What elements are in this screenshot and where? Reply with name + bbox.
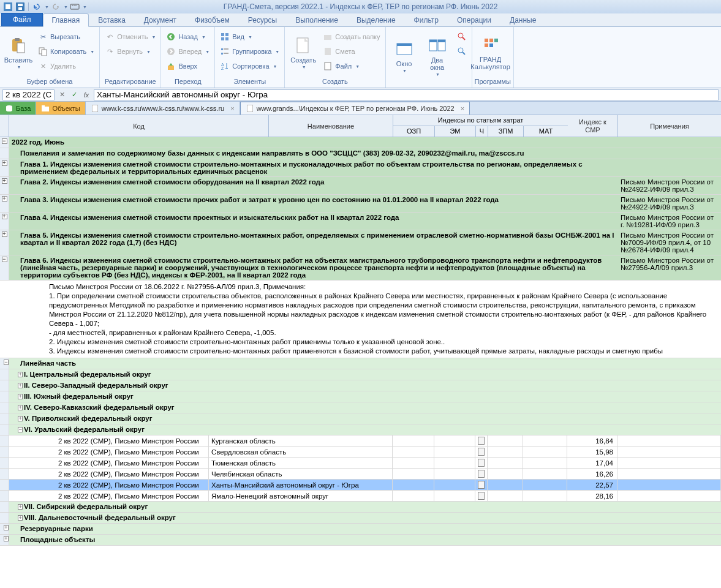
checkbox[interactable] xyxy=(478,459,485,467)
table-row[interactable]: 2 кв 2022 (СМР), Письмо Минстроя России … xyxy=(0,491,721,502)
table-row[interactable]: − Глава 6. Индексы изменения сметной сто… xyxy=(0,255,721,281)
create-button[interactable]: Создать ▼ xyxy=(287,28,319,77)
table-row[interactable]: 2 кв 2022 (СМР), Письмо Минстроя России … xyxy=(0,458,721,469)
back-button[interactable]: Назад▼ xyxy=(164,29,212,44)
save-icon[interactable] xyxy=(15,2,26,12)
fx-btn[interactable]: fx xyxy=(81,90,91,100)
tab-base[interactable]: База xyxy=(0,102,36,115)
view-button[interactable]: Вид▼ xyxy=(217,29,282,44)
col-ch[interactable]: Ч xyxy=(476,126,488,137)
tab-selection[interactable]: Выделение xyxy=(347,13,405,26)
create-estimate-button[interactable]: Смета xyxy=(320,44,382,59)
paste-button[interactable]: Вставить ▼ xyxy=(2,28,34,77)
col-name[interactable]: Наименование xyxy=(269,115,393,137)
close-icon[interactable]: × xyxy=(461,105,464,112)
delete-button[interactable]: ✕Удалить xyxy=(36,59,97,74)
checkbox[interactable] xyxy=(478,437,485,445)
cancel-btn[interactable]: ✕ xyxy=(57,90,67,100)
table-row[interactable]: 2 кв 2022 (СМР), Письмо Минстроя России … xyxy=(0,480,721,491)
expander-icon[interactable]: + xyxy=(4,536,9,541)
search-next-button[interactable] xyxy=(455,44,469,59)
col-mat[interactable]: МАТ xyxy=(524,126,568,137)
redo-dd[interactable]: ▼ xyxy=(64,5,68,9)
copy-button[interactable]: Копировать▼ xyxy=(36,44,97,59)
table-row[interactable]: + V. Приволжский федеральный округ xyxy=(0,413,721,424)
group-button[interactable]: Группировка▼ xyxy=(217,44,282,59)
tab-physvol[interactable]: Физобъем xyxy=(186,13,239,26)
expander-icon[interactable]: + xyxy=(2,214,7,219)
expander-icon[interactable]: − xyxy=(2,138,7,144)
redo-button[interactable]: ↷Вернуть▼ xyxy=(102,44,158,59)
undo-button[interactable]: ↶Отменить▼ xyxy=(102,29,158,44)
table-row[interactable]: + Глава 5. Индексы изменения сметной сто… xyxy=(0,230,721,255)
col-ozp[interactable]: ОЗП xyxy=(393,126,435,137)
table-row[interactable]: + I. Центральный федеральный округ xyxy=(0,369,721,380)
tab-main[interactable]: Главная xyxy=(43,13,89,27)
table-row[interactable]: 2 кв 2022 (СМР), Письмо Минстроя России … xyxy=(0,447,721,458)
search-button[interactable] xyxy=(455,29,469,44)
table-row[interactable]: + IV. Северо-Кавказский федеральный окру… xyxy=(0,402,721,413)
table-row[interactable]: + II. Северо-Западный федеральный округ xyxy=(0,380,721,391)
checkbox[interactable] xyxy=(478,448,485,456)
expander-icon[interactable]: − xyxy=(4,360,9,365)
table-row[interactable]: + Резервуарные парки xyxy=(0,524,721,535)
expander-icon[interactable]: + xyxy=(2,160,7,166)
redo-icon[interactable] xyxy=(50,2,61,12)
checkbox[interactable] xyxy=(478,470,485,478)
expander-icon[interactable]: + xyxy=(2,196,7,202)
table-row[interactable]: − 2022 год, Июнь xyxy=(0,137,721,148)
formula-input[interactable] xyxy=(94,89,719,100)
keyboard-icon[interactable] xyxy=(69,2,80,12)
undo-dd[interactable]: ▼ xyxy=(45,5,49,9)
table-row[interactable]: + VII. Сибирский федеральный округ xyxy=(0,502,721,513)
table-row[interactable]: + III. Южный федеральный округ xyxy=(0,391,721,402)
table-row[interactable]: + VIII. Дальневосточный федеральный окру… xyxy=(0,513,721,524)
tab-execution[interactable]: Выполнение xyxy=(286,13,347,26)
tab-insert[interactable]: Вставка xyxy=(89,13,135,26)
col-zpm[interactable]: ЗПМ xyxy=(488,126,524,137)
up-button[interactable]: Вверх xyxy=(164,59,212,74)
create-folder-button[interactable]: Создать папку xyxy=(320,29,382,44)
create-file-button[interactable]: Файл▼ xyxy=(320,59,382,74)
table-row[interactable]: 2 кв 2022 (СМР), Письмо Минстроя России … xyxy=(0,469,721,480)
two-windows-button[interactable]: Два окна ▼ xyxy=(421,28,453,84)
table-row[interactable]: + Площадные объекты xyxy=(0,535,721,546)
col-cmr[interactable]: Индекс к СМР xyxy=(568,115,618,137)
tab-document[interactable]: Документ xyxy=(135,13,186,26)
window-button[interactable]: Окно ▼ xyxy=(388,28,420,84)
tab-resources[interactable]: Ресурсы xyxy=(239,13,286,26)
tab-objects[interactable]: Объекты xyxy=(36,102,85,115)
expander-icon[interactable]: − xyxy=(2,257,7,262)
sort-button[interactable]: AZСортировка▼ xyxy=(217,59,282,74)
name-box[interactable] xyxy=(2,89,55,100)
table-row[interactable]: + Глава 1. Индексы изменения сметной сто… xyxy=(0,159,721,177)
table-row[interactable]: + Глава 4. Индексы изменения сметной сто… xyxy=(0,213,721,230)
col-em[interactable]: ЭМ xyxy=(435,126,476,137)
tab-data[interactable]: Данные xyxy=(500,13,545,26)
accept-btn[interactable]: ✓ xyxy=(69,90,79,100)
expander-icon[interactable]: + xyxy=(2,178,7,184)
table-row[interactable]: + Глава 2. Индексы изменения сметной сто… xyxy=(0,177,721,195)
tab-filter[interactable]: Фильтр xyxy=(405,13,448,26)
col-code[interactable]: Код xyxy=(9,115,269,137)
qa-customize[interactable]: ▼ xyxy=(83,5,87,9)
col-notes[interactable]: Примечания xyxy=(618,115,721,137)
expander-icon[interactable]: + xyxy=(2,232,7,237)
tab-web[interactable]: www.k-css.ru\www.k-css.ru\www.k-css.ru × xyxy=(86,102,240,115)
close-icon[interactable]: × xyxy=(230,105,234,112)
checkbox[interactable] xyxy=(478,481,485,489)
undo-icon[interactable] xyxy=(31,2,42,12)
grid-body[interactable]: − 2022 год, Июнь Пожелания и замечания п… xyxy=(0,137,721,588)
tab-operations[interactable]: Операции xyxy=(448,13,500,26)
file-tab[interactable]: Файл xyxy=(1,13,43,26)
cut-button[interactable]: ✂Вырезать xyxy=(36,29,97,44)
calculator-button[interactable]: ГРАНД Калькулятор xyxy=(475,28,507,77)
expander-icon[interactable]: + xyxy=(4,525,9,530)
forward-button[interactable]: Вперед▼ xyxy=(164,44,212,59)
table-row[interactable]: 2 кв 2022 (СМР), Письмо Минстроя России … xyxy=(0,435,721,447)
table-row[interactable]: + Глава 3. Индексы изменения сметной сто… xyxy=(0,195,721,213)
checkbox[interactable] xyxy=(478,492,485,500)
table-row[interactable]: − VI. Уральский федеральный округ xyxy=(0,424,721,435)
table-row[interactable]: Пожелания и замечания по содержимому баз… xyxy=(0,148,721,159)
tab-active[interactable]: www.grands...\Индексы к ФЕР, ТЕР по реги… xyxy=(240,102,470,115)
